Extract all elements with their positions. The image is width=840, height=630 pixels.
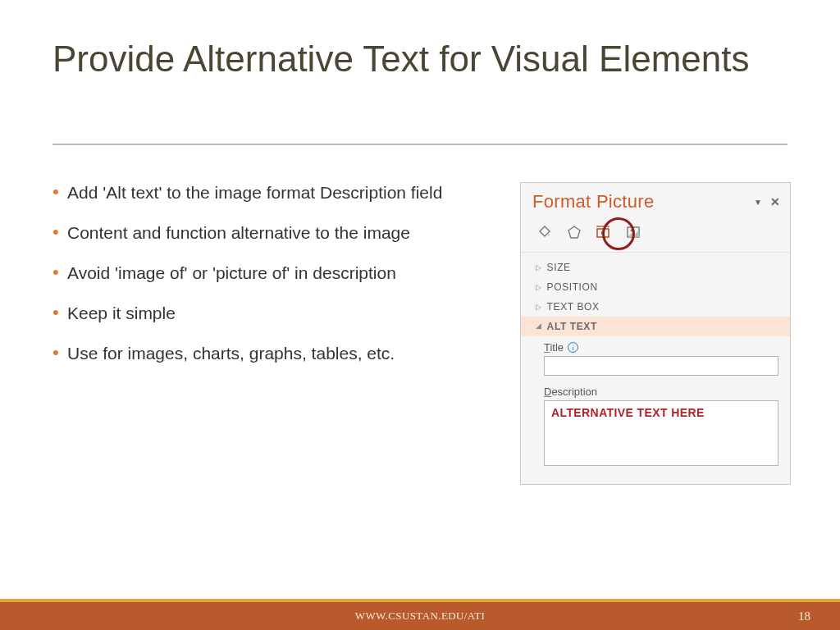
fill-tab-icon[interactable] bbox=[532, 221, 557, 244]
body-row: Add 'Alt text' to the image format Descr… bbox=[52, 182, 791, 485]
section-label: SIZE bbox=[547, 262, 571, 273]
triangle-right-icon: ▷ bbox=[536, 283, 542, 291]
section-label: ALT TEXT bbox=[547, 321, 597, 332]
info-icon[interactable]: i bbox=[568, 342, 578, 353]
svg-point-7 bbox=[631, 230, 633, 232]
bullet-item: Use for images, charts, graphs, tables, … bbox=[52, 343, 471, 365]
triangle-right-icon: ▷ bbox=[536, 263, 542, 272]
panel-controls: ▼ ✕ bbox=[754, 195, 780, 208]
alttext-body: TTitleitle i Description ALTERNATIVE TEX… bbox=[521, 336, 790, 474]
section-alttext[interactable]: ◢ALT TEXT bbox=[521, 317, 790, 336]
footer-bar: WWW.CSUSTAN.EDU/ATI 18 bbox=[0, 602, 840, 630]
description-label: Description bbox=[544, 386, 778, 398]
panel-header: Format Picture ▼ ✕ bbox=[521, 183, 790, 217]
section-label: TEXT BOX bbox=[547, 301, 600, 313]
page-number: 18 bbox=[798, 602, 810, 630]
description-input[interactable]: ALTERNATIVE TEXT HERE bbox=[544, 400, 778, 466]
slide: Provide Alternative Text for Visual Elem… bbox=[0, 0, 840, 630]
effects-tab-icon[interactable] bbox=[562, 221, 587, 244]
section-position[interactable]: ▷POSITION bbox=[521, 277, 790, 297]
format-picture-panel: Format Picture ▼ ✕ bbox=[520, 182, 791, 485]
close-icon[interactable]: ✕ bbox=[770, 195, 780, 208]
section-size[interactable]: ▷SIZE bbox=[521, 258, 790, 277]
footer-url: WWW.CSUSTAN.EDU/ATI bbox=[0, 602, 840, 630]
svg-rect-5 bbox=[601, 231, 605, 235]
bullet-item: Keep it simple bbox=[52, 303, 471, 325]
title-block: Provide Alternative Text for Visual Elem… bbox=[52, 38, 788, 80]
dropdown-icon[interactable]: ▼ bbox=[754, 198, 762, 207]
triangle-right-icon: ▷ bbox=[536, 303, 542, 311]
title-label: TTitleitle i bbox=[544, 341, 778, 354]
title-underline bbox=[52, 144, 788, 145]
panel-title: Format Picture bbox=[532, 191, 654, 212]
svg-marker-0 bbox=[568, 226, 580, 238]
size-tab-icon[interactable] bbox=[591, 221, 616, 244]
title-input[interactable] bbox=[544, 356, 778, 376]
bullet-item: Content and function alternative to the … bbox=[52, 222, 471, 244]
section-label: POSITION bbox=[547, 281, 598, 293]
panel-tabs bbox=[521, 217, 790, 253]
format-picture-screenshot: Format Picture ▼ ✕ bbox=[494, 182, 791, 485]
bullet-list: Add 'Alt text' to the image format Descr… bbox=[52, 182, 471, 485]
bullet-item: Avoid 'image of' or 'picture of' in desc… bbox=[52, 262, 471, 285]
section-textbox[interactable]: ▷TEXT BOX bbox=[521, 297, 790, 317]
picture-tab-icon[interactable] bbox=[621, 221, 646, 244]
slide-title: Provide Alternative Text for Visual Elem… bbox=[52, 38, 788, 80]
panel-sections: ▷SIZE ▷POSITION ▷TEXT BOX ◢ALT TEXT TTit… bbox=[521, 253, 790, 484]
triangle-down-icon: ◢ bbox=[536, 322, 542, 330]
bullet-item: Add 'Alt text' to the image format Descr… bbox=[52, 182, 471, 204]
